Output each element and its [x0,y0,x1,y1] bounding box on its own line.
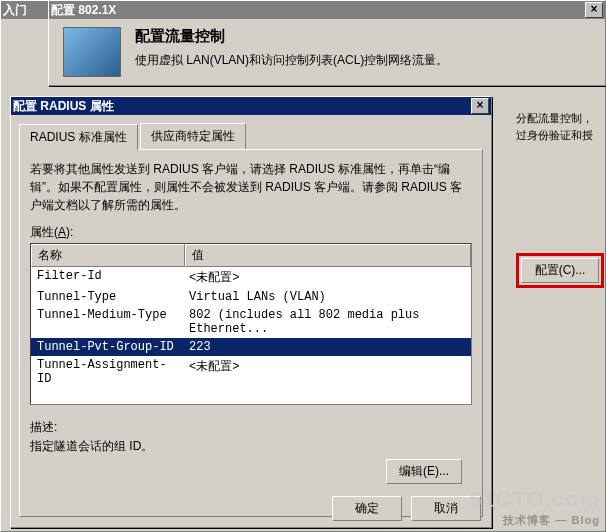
close-icon[interactable]: × [585,2,603,18]
radius-properties-dialog: 配置 RADIUS 属性 × RADIUS 标准属性 供应商特定属性 若要将其他… [10,96,492,528]
tab-vendor-specific[interactable]: 供应商特定属性 [140,123,246,149]
tool-desc: 使用虚拟 LAN(VLAN)和访问控制列表(ACL)控制网络流量。 [135,52,448,69]
side-note1: 分配流量控制， [516,110,604,127]
rad-titlebar: 配置 RADIUS 属性 × [11,97,491,115]
instructions-text: 若要将其他属性发送到 RADIUS 客户端，请选择 RADIUS 标准属性，再单… [30,160,472,214]
configure-button[interactable]: 配置(C)... [521,258,599,283]
side-peek: 分配流量控制， 过身份验证和授 配置(C)... [516,110,604,288]
dialog-footer: 确定 取消 [326,496,481,521]
attributes-listview[interactable]: 名称 值 Filter-Id <未配置> Tunnel-Type Virtual… [30,243,472,405]
tab-panel: 若要将其他属性发送到 RADIUS 客户端，请选择 RADIUS 标准属性，再单… [19,149,483,517]
tool-heading: 配置流量控制 [135,27,448,46]
table-row[interactable]: Filter-Id <未配置> [31,267,471,288]
attributes-label: 属性(A): [30,224,472,241]
tab-strip: RADIUS 标准属性 供应商特定属性 [19,123,483,149]
table-row[interactable]: Tunnel-Assignment-ID <未配置> [31,356,471,388]
side-note2: 过身份验证和授 [516,127,604,144]
tool-title: 配置 802.1X [51,2,116,19]
rad-title: 配置 RADIUS 属性 [13,98,114,115]
table-row-selected[interactable]: Tunnel-Pvt-Group-ID 223 [31,338,471,356]
close-icon[interactable]: × [471,98,489,114]
tab-standard-attributes[interactable]: RADIUS 标准属性 [19,124,138,150]
monitor-icon [63,27,121,77]
description-label: 描述: [30,419,472,436]
tool-titlebar: 配置 802.1X × [49,1,605,19]
col-value[interactable]: 值 [185,244,471,267]
listview-header: 名称 值 [31,244,471,267]
edit-button[interactable]: 编辑(E)... [386,459,462,484]
highlight-box: 配置(C)... [516,253,604,288]
table-row[interactable]: Tunnel-Medium-Type 802 (includes all 802… [31,306,471,338]
table-row[interactable]: Tunnel-Type Virtual LANs (VLAN) [31,288,471,306]
cancel-button[interactable]: 取消 [411,496,481,521]
bg-title: 入门 [3,2,27,19]
ok-button[interactable]: 确定 [332,496,402,521]
configure-8021x-window: 配置 802.1X × 配置流量控制 使用虚拟 LAN(VLAN)和访问控制列表… [48,0,606,86]
description-value: 指定隧道会话的组 ID。 [30,438,472,455]
col-name[interactable]: 名称 [31,244,185,267]
